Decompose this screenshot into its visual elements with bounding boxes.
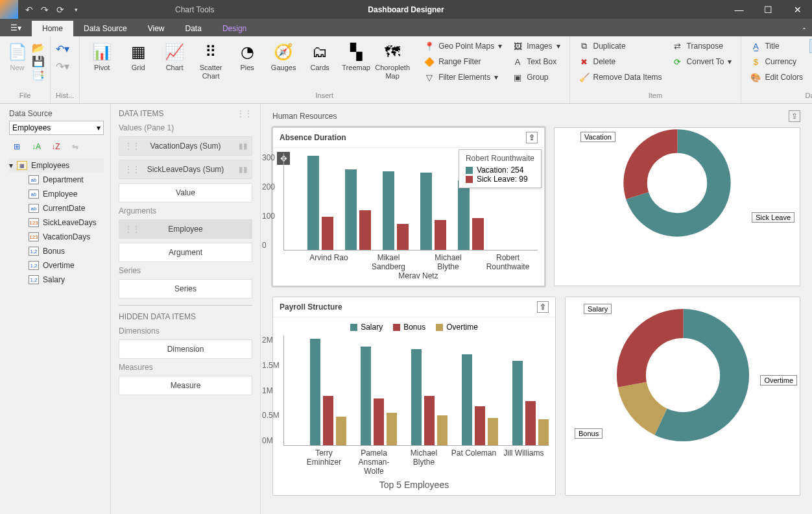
pivot-button[interactable]: 📊Pivot <box>85 39 119 88</box>
values-pane-label: Values (Pane 1) <box>119 123 252 132</box>
textbox-icon: A <box>512 56 523 67</box>
payroll-bar-card[interactable]: Payroll Structure ⇪ Salary Bonus Overtim… <box>272 297 556 496</box>
pies-button[interactable]: ◔Pies <box>230 39 264 88</box>
argument-pill[interactable]: ⋮⋮Employee <box>119 219 252 239</box>
redo-icon[interactable]: ↷ <box>39 4 51 16</box>
field-type-icon: 123 <box>29 232 39 241</box>
tree-root[interactable]: ▾ ▦ Employees <box>9 158 104 173</box>
update-button[interactable]: ⟳Update <box>809 55 812 69</box>
add-dataset-icon[interactable]: ⊞ <box>10 140 23 153</box>
save-icon[interactable]: 💾 <box>32 55 45 67</box>
payroll-donut-card[interactable]: Salary Overtime Bonus <box>565 297 800 496</box>
convert-button[interactable]: ⟳Convert To ▾ <box>669 55 736 69</box>
choropleth-button[interactable]: 🗺Choropleth Map <box>376 39 409 88</box>
ds-select[interactable]: Employees▾ <box>9 121 104 135</box>
filter-toggle-icon[interactable]: ⇋ <box>69 140 82 153</box>
collapse-ribbon-icon[interactable]: ˆ <box>803 27 806 36</box>
automatic-updates-button[interactable]: ⟳Automatic Updates <box>809 39 812 53</box>
field-type-icon: 1,2 <box>29 247 39 256</box>
tree-root-label: Employees <box>31 161 69 170</box>
data-items-panel: DATA ITEMS ⋮⋮ Values (Pane 1) ⋮⋮Vacation… <box>110 104 261 514</box>
dimension-placeholder[interactable]: Dimension <box>119 339 252 359</box>
data-items-title: DATA ITEMS <box>119 109 164 118</box>
expand-icon: ▾ <box>9 161 13 170</box>
field-label: Bonus <box>43 247 65 256</box>
field-type-icon: ab <box>29 175 39 184</box>
ribbon: 📄 New 📂 💾 📑 File ↶▾ ↷▾ Hist... 📊Pivot ▦G… <box>0 36 812 104</box>
tab-data[interactable]: Data <box>175 21 212 36</box>
group-item-label: Item <box>575 90 736 101</box>
currency-icon: $ <box>750 56 761 67</box>
textbox-button[interactable]: AText Box <box>508 55 564 69</box>
value-placeholder[interactable]: Value <box>119 183 252 202</box>
cards-button[interactable]: 🗂Cards <box>303 39 337 88</box>
export-dashboard-icon[interactable]: ⇪ <box>789 110 800 122</box>
new-button[interactable]: 📄 New <box>5 39 29 88</box>
currency-button[interactable]: $Currency <box>746 55 807 69</box>
close-button[interactable]: ✕ <box>783 0 812 19</box>
filter-elements-button[interactable]: ▽Filter Elements ▾ <box>420 70 506 84</box>
grid-button[interactable]: ▦Grid <box>121 39 155 88</box>
treemap-button[interactable]: ▚Treemap <box>339 39 373 88</box>
tree-field[interactable]: 1,2Salary <box>23 273 104 287</box>
maximize-button[interactable]: ☐ <box>754 0 783 19</box>
argument-placeholder[interactable]: Argument <box>119 243 252 262</box>
chart-type-icon[interactable]: ▮▮ <box>239 165 248 174</box>
tree-field[interactable]: abDepartment <box>23 173 104 187</box>
donut-label-salary: Salary <box>584 304 612 314</box>
chart-button[interactable]: 📈Chart <box>158 39 191 88</box>
value-pill[interactable]: ⋮⋮VacationDays (Sum)▮▮ <box>119 136 252 156</box>
tab-design[interactable]: Design <box>212 21 257 36</box>
remove-data-button[interactable]: 🧹Remove Data Items <box>575 70 666 84</box>
donut-label-sick: Sick Leave <box>752 212 794 223</box>
absence-bar-card[interactable]: Absence Duration ⇪ ✥ 3002001000 Arvind R… <box>272 127 545 286</box>
svg-point-1 <box>636 141 719 225</box>
tab-data-source[interactable]: Data Source <box>73 21 137 36</box>
group-button[interactable]: ▣Group <box>508 70 564 84</box>
absence-donut-card[interactable]: Vacation Sick Leave <box>554 127 800 286</box>
ds-select-value: Employees <box>12 123 51 132</box>
save-as-icon[interactable]: 📑 <box>32 69 45 81</box>
gauges-button[interactable]: 🧭Gauges <box>267 39 300 88</box>
title-button[interactable]: A̲Title <box>746 39 807 53</box>
sort-desc-icon[interactable]: ↓Z <box>49 140 62 153</box>
field-type-icon: 123 <box>29 218 39 227</box>
tree-field[interactable]: abCurrentDate <box>23 201 104 215</box>
delete-button[interactable]: ✖Delete <box>575 55 666 69</box>
images-button[interactable]: 🖼Images ▾ <box>508 39 564 53</box>
qat-dropdown-icon[interactable]: ▾ <box>70 4 82 16</box>
file-menu-button[interactable]: ☰▾ <box>0 19 32 36</box>
duplicate-button[interactable]: ⧉Duplicate <box>575 39 666 53</box>
value-pill[interactable]: ⋮⋮SickLeaveDays (Sum)▮▮ <box>119 160 252 179</box>
tree-field[interactable]: 1,2Bonus <box>23 244 104 258</box>
ds-heading: Data Source <box>9 109 104 118</box>
tab-view[interactable]: View <box>137 21 175 36</box>
undo-button[interactable]: ↶▾ <box>56 43 69 55</box>
scatter-button[interactable]: ⠿Scatter Chart <box>194 39 228 88</box>
edit-colors-button[interactable]: 🎨Edit Colors <box>746 70 807 84</box>
tree-field[interactable]: 1,2Overtime <box>23 258 104 273</box>
minimize-button[interactable]: — <box>724 0 754 19</box>
chart-type-icon[interactable]: ▮▮ <box>239 141 248 151</box>
tree-field[interactable]: 123SickLeaveDays <box>23 215 104 230</box>
sort-asc-icon[interactable]: ↓A <box>30 140 43 153</box>
tab-home[interactable]: Home <box>32 21 73 36</box>
refresh-icon[interactable]: ⟳ <box>54 4 66 16</box>
tree-field[interactable]: abEmployee <box>23 187 104 201</box>
export-card-icon[interactable]: ⇪ <box>537 301 549 313</box>
redo-button[interactable]: ↷▾ <box>56 60 69 73</box>
data-items-options-icon[interactable]: ⋮⋮ <box>237 109 252 118</box>
parameters-button[interactable]: ⚙Parameters <box>809 70 812 84</box>
data-source-panel: Data Source Employees▾ ⊞ ↓A ↓Z ⇋ ▾ ▦ Emp… <box>0 104 110 514</box>
field-type-icon: ab <box>29 190 39 199</box>
open-icon[interactable]: 📂 <box>32 42 45 54</box>
geo-point-button[interactable]: 📍Geo Point Maps ▾ <box>420 39 506 53</box>
payroll-legend: Salary Bonus Overtime <box>280 323 549 332</box>
export-card-icon[interactable]: ⇪ <box>526 132 538 143</box>
series-placeholder[interactable]: Series <box>119 279 252 299</box>
transpose-button[interactable]: ⇄Transpose <box>669 39 736 53</box>
undo-icon[interactable]: ↶ <box>23 4 35 16</box>
measure-placeholder[interactable]: Measure <box>119 376 252 395</box>
range-filter-button[interactable]: 🔶Range Filter <box>420 55 506 69</box>
tree-field[interactable]: 123VacationDays <box>23 230 104 244</box>
